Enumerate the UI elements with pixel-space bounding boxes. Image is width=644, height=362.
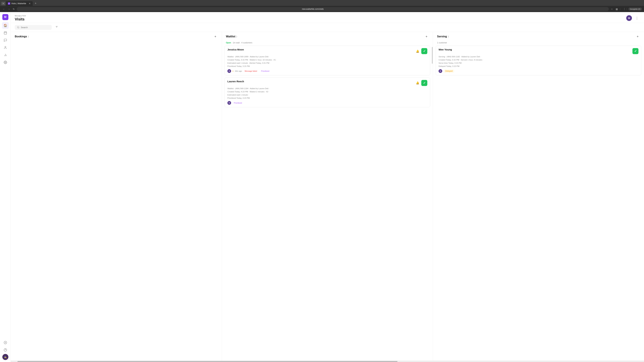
incognito-badge[interactable]: Incognito (2) <box>628 7 642 10</box>
bottom-scrollbar[interactable] <box>11 361 644 362</box>
wee-young-footer: M Delayed <box>438 69 638 73</box>
sidebar-item-analytics[interactable] <box>2 52 9 58</box>
search-input[interactable] <box>21 26 44 29</box>
sidebar-item-settings[interactable] <box>2 59 9 66</box>
jessica-moon-footer: M ● 44m ago Message failed Prioritized <box>228 69 427 73</box>
bookings-chevron-icon: 〉 <box>28 35 29 38</box>
serving-cards-area: Wee Young ✓ Serving · (484) 569-1182 · A… <box>433 45 644 361</box>
waitlist-add-button[interactable]: + <box>424 34 429 39</box>
toolbar <box>11 23 644 32</box>
page-title: Visits <box>15 17 26 21</box>
lauren-reech-bell-button[interactable]: 🔔 <box>415 81 420 85</box>
new-tab-button[interactable]: + <box>33 1 38 6</box>
lauren-reech-card-top: Lauren Reech 🔔 ✓ <box>228 80 427 86</box>
reload-button[interactable]: ↻ <box>12 7 16 11</box>
bookings-column-header: Bookings 〉 + <box>11 32 222 40</box>
jessica-moon-message-failed-badge[interactable]: Message failed <box>243 70 258 72</box>
serving-column-title[interactable]: Serving 〉 <box>437 35 448 38</box>
tab-close-button[interactable]: ✕ <box>29 2 31 5</box>
bookmark-button[interactable]: ☆ <box>610 7 614 11</box>
wee-young-delayed-badge[interactable]: Delayed <box>444 69 454 73</box>
svg-point-8 <box>5 62 6 63</box>
bookings-add-button[interactable]: + <box>213 34 218 39</box>
app-body: M 🏠 🧙 <box>0 12 644 362</box>
bookings-column-title[interactable]: Bookings 〉 <box>15 35 29 38</box>
lauren-reech-prioritized-badge[interactable]: Prioritized <box>232 102 243 104</box>
wee-young-check-button[interactable]: ✓ <box>632 48 638 54</box>
waitlist-status-detail: · 1m wait · 4 customers <box>232 41 252 44</box>
lauren-reech-footer: M Prioritized <box>228 101 427 105</box>
bottom-scrollbar-thumb <box>18 361 398 362</box>
serving-customer-count: 1 customer <box>433 40 644 45</box>
lauren-reech-name: Lauren Reech <box>228 80 244 83</box>
forward-button[interactable]: → <box>7 7 11 11</box>
lauren-reech-staff-avatar: M <box>228 101 231 105</box>
wee-young-name: Wee Young <box>438 48 452 51</box>
search-box <box>15 25 52 30</box>
waitlist-cards-area: Jessica Moon 🔔 ✓ Waitlist · (484) 569-18… <box>222 45 433 361</box>
jessica-moon-card: Jessica Moon 🔔 ✓ Waitlist · (484) 569-18… <box>224 45 430 75</box>
bookings-column: Bookings 〉 + <box>11 32 222 361</box>
jessica-moon-bell-button[interactable]: 🔔 <box>415 49 420 53</box>
lauren-reech-actions: 🔔 ✓ <box>415 80 427 86</box>
lauren-reech-check-button[interactable]: ✓ <box>421 80 427 86</box>
back-button[interactable]: ← <box>2 7 6 11</box>
svg-point-14 <box>18 26 19 28</box>
svg-point-4 <box>5 46 6 48</box>
active-tab[interactable]: M Visits | Waitwhile ✕ <box>6 1 33 6</box>
jessica-moon-time-ago: 44m ago <box>235 70 242 72</box>
serving-add-button[interactable]: + <box>635 34 640 39</box>
wee-young-card: Wee Young ✓ Serving · (484) 569-1182 · A… <box>436 45 641 75</box>
sidebar-toggle-button[interactable]: ⎹ <box>622 7 625 11</box>
filter-button[interactable] <box>54 25 60 30</box>
browser-actions: ☆ ▦ | ⎹ | Incognito (2) <box>610 7 642 11</box>
search-icon <box>17 26 20 28</box>
main-content: Moodjoy7434 Visits M ⋮ <box>11 12 644 362</box>
sidebar-item-home[interactable]: 🏠 <box>2 22 9 29</box>
wee-young-details: Serving · (484) 569-1182 · Added by Laur… <box>438 55 638 68</box>
more-options-button[interactable]: ⋮ <box>634 15 640 21</box>
svg-line-15 <box>19 28 19 28</box>
jessica-moon-card-top: Jessica Moon 🔔 ✓ <box>228 48 427 54</box>
serving-chevron-icon: 〉 <box>448 35 448 38</box>
tab-bar: ▼ M Visits | Waitwhile ✕ + <box>0 0 644 6</box>
bookings-empty-state <box>11 40 222 361</box>
sidebar-item-calendar[interactable] <box>2 29 9 36</box>
tab-switcher[interactable]: ▼ <box>1 2 5 5</box>
jessica-moon-actions: 🔔 ✓ <box>415 48 427 54</box>
address-bar: ← → ↻ ☆ ▦ | ⎹ | Incognito (2) <box>0 6 644 12</box>
org-name: Moodjoy7434 <box>15 15 26 17</box>
wee-young-actions: ✓ <box>632 48 638 54</box>
jessica-moon-status-dot: ● <box>232 70 234 72</box>
sidebar-item-messages[interactable] <box>2 37 9 43</box>
serving-column: Serving 〉 + 1 customer Wee Young ✓ <box>433 32 644 361</box>
jessica-moon-details: Waitlist · (484) 569-1899 · Added by Lau… <box>228 55 427 68</box>
jessica-moon-name: Jessica Moon <box>228 48 244 51</box>
waitlist-status-bar: Open · 1m wait · 4 customers <box>222 40 433 45</box>
waitlist-scrollbar[interactable] <box>432 45 433 357</box>
wee-young-staff-avatar: M <box>438 69 442 73</box>
wee-young-card-top: Wee Young ✓ <box>438 48 638 54</box>
serving-column-header: Serving 〉 + <box>433 32 644 40</box>
left-sidebar: M 🏠 🧙 <box>0 12 11 362</box>
sidebar-logo[interactable]: M <box>2 14 8 20</box>
user-avatar-sidebar[interactable]: 🧙 <box>2 354 8 360</box>
address-input[interactable] <box>17 7 609 11</box>
columns-area: Bookings 〉 + Waitlist 〉 + <box>11 32 644 361</box>
jessica-moon-check-button[interactable]: ✓ <box>421 48 427 54</box>
waitlist-column-title[interactable]: Waitlist 〉 <box>226 35 237 38</box>
waitlist-open-status: Open <box>226 41 231 44</box>
jessica-moon-prioritized-badge[interactable]: Prioritized <box>260 70 271 72</box>
sidebar-bottom: 🧙 <box>2 339 9 360</box>
sidebar-item-help[interactable] <box>2 347 9 353</box>
browser-chrome: ▼ M Visits | Waitwhile ✕ + ← → ↻ ☆ ▦ | ⎹… <box>0 0 644 12</box>
header-right: M ⋮ <box>626 15 640 21</box>
waitlist-column-header: Waitlist 〉 + <box>222 32 433 40</box>
sidebar-item-integrations[interactable] <box>2 339 9 346</box>
sidebar-item-contacts[interactable] <box>2 44 9 51</box>
page-header: Moodjoy7434 Visits M ⋮ <box>11 12 644 23</box>
extensions-button[interactable]: ▦ <box>615 7 618 11</box>
user-avatar-header[interactable]: M <box>626 15 632 21</box>
tab-title: Visits | Waitwhile <box>11 2 26 5</box>
svg-rect-0 <box>4 32 6 34</box>
